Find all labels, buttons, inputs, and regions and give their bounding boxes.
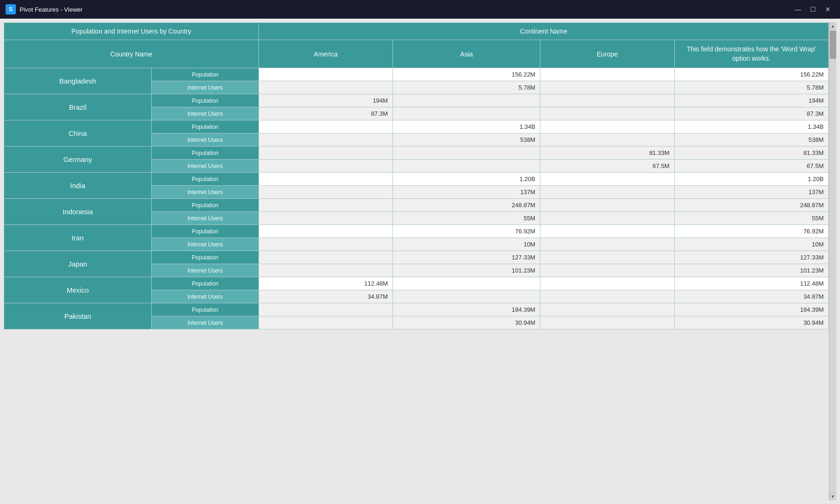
table-row: India Population 1.20B 1.20B [4, 173, 829, 186]
empty-cell [259, 173, 392, 186]
empty-cell [540, 120, 674, 133]
measure-cell-internet: Internet Users [152, 107, 259, 120]
vertical-scrollbar[interactable]: ▲ ▼ [829, 22, 836, 500]
data-cell: 127.33M [393, 251, 540, 264]
measure-cell-population: Population [152, 120, 259, 133]
country-name-header: Country Name [4, 40, 259, 68]
empty-cell [393, 147, 540, 160]
data-cell: 34.87M [259, 290, 392, 303]
empty-cell [540, 316, 674, 329]
empty-cell [540, 277, 674, 290]
empty-cell [540, 173, 674, 186]
empty-cell [540, 251, 674, 264]
data-cell: 194M [674, 94, 829, 107]
country-cell: Japan [4, 251, 152, 277]
empty-cell [259, 225, 392, 238]
data-cell: 67.5M [674, 160, 829, 173]
data-cell: 76.92M [393, 225, 540, 238]
table-row: Pakistan Population 184.39M 184.39M [4, 303, 829, 316]
data-cell: 81.33M [540, 147, 674, 160]
measure-cell-population: Population [152, 94, 259, 107]
close-button[interactable]: ✕ [821, 4, 834, 15]
empty-cell [540, 303, 674, 316]
measure-cell-population: Population [152, 199, 259, 212]
data-cell: 184.39M [674, 303, 829, 316]
content-area: Population and Internet Users by Country… [0, 19, 840, 504]
empty-cell [393, 94, 540, 107]
continent-name-cell: Continent Name [259, 23, 828, 40]
country-cell: Germany [4, 147, 152, 173]
empty-cell [540, 264, 674, 277]
measure-cell-internet: Internet Users [152, 290, 259, 303]
data-cell: 10M [674, 238, 829, 251]
maximize-button[interactable]: ☐ [806, 4, 819, 15]
app-icon: S [6, 4, 16, 14]
measure-cell-population: Population [152, 147, 259, 160]
empty-cell [540, 212, 674, 225]
data-cell: 101.23M [393, 264, 540, 277]
header-row-2: Country Name America Asia Europe [4, 40, 829, 68]
data-cell: 34.87M [674, 290, 829, 303]
window-controls: — ☐ ✕ [791, 4, 834, 15]
empty-cell [259, 133, 392, 147]
word-wrap-header: This field demonstrates how the 'Word Wr… [674, 40, 829, 68]
measure-cell-internet: Internet Users [152, 186, 259, 199]
empty-cell [540, 186, 674, 199]
data-cell: 76.92M [674, 225, 829, 238]
table-row: Germany Population 81.33M 81.33M [4, 147, 829, 160]
measure-cell-internet: Internet Users [152, 316, 259, 329]
data-cell: 10M [393, 238, 540, 251]
minimize-button[interactable]: — [791, 4, 805, 15]
data-cell: 5.78M [674, 81, 829, 94]
data-cell: 248.87M [674, 199, 829, 212]
data-cell: 184.39M [393, 303, 540, 316]
measure-cell-population: Population [152, 225, 259, 238]
empty-cell [259, 238, 392, 251]
empty-cell [540, 107, 674, 120]
empty-cell [540, 94, 674, 107]
data-cell: 87.3M [259, 107, 392, 120]
data-cell: 137M [393, 186, 540, 199]
table-row: Brazil Population 194M 194M [4, 94, 829, 107]
data-cell: 87.3M [674, 107, 829, 120]
data-cell: 81.33M [674, 147, 829, 160]
empty-cell [259, 186, 392, 199]
measure-cell-population: Population [152, 68, 259, 81]
empty-cell [393, 160, 540, 173]
empty-cell [540, 133, 674, 147]
table-row: Bangladesh Population 156.22M 156.22M [4, 68, 829, 81]
header-row-1: Population and Internet Users by Country… [4, 23, 829, 40]
empty-cell [259, 120, 392, 133]
empty-cell [259, 160, 392, 173]
data-cell: 156.22M [393, 68, 540, 81]
data-cell: 55M [393, 212, 540, 225]
country-cell: India [4, 173, 152, 199]
pivot-title-text: Population and Internet Users by Country [71, 28, 191, 35]
empty-cell [259, 264, 392, 277]
empty-cell [393, 290, 540, 303]
data-cell: 5.78M [393, 81, 540, 94]
data-cell: 55M [674, 212, 829, 225]
scroll-up-arrow[interactable]: ▲ [829, 22, 837, 30]
data-cell: 112.48M [674, 277, 829, 290]
table-scroll[interactable]: Population and Internet Users by Country… [4, 22, 829, 500]
data-cell: 67.5M [540, 160, 674, 173]
data-cell: 30.94M [393, 316, 540, 329]
data-cell: 538M [674, 133, 829, 147]
measure-cell-internet: Internet Users [152, 133, 259, 147]
scroll-down-arrow[interactable]: ▼ [829, 493, 837, 500]
measure-cell-population: Population [152, 303, 259, 316]
measure-cell-internet: Internet Users [152, 264, 259, 277]
continent-name-text: Continent Name [520, 28, 567, 35]
data-cell: 137M [674, 186, 829, 199]
scroll-thumb[interactable] [830, 31, 836, 59]
empty-cell [540, 68, 674, 81]
data-cell: 1.34B [393, 120, 540, 133]
country-cell: Indonesia [4, 199, 152, 225]
table-row: Iran Population 76.92M 76.92M [4, 225, 829, 238]
empty-cell [259, 68, 392, 81]
table-row: Japan Population 127.33M 127.33M [4, 251, 829, 264]
window-title: Pivot Features - Viewer [20, 6, 791, 13]
measure-cell-population: Population [152, 173, 259, 186]
measure-cell-internet: Internet Users [152, 160, 259, 173]
